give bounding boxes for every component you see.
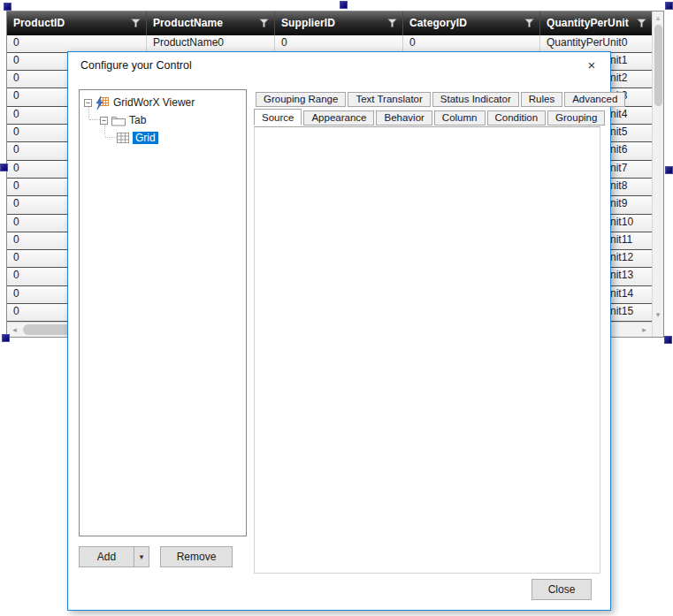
grid-column-header[interactable]: ProductID (7, 11, 147, 35)
selection-handle[interactable] (4, 3, 11, 11)
filter-icon[interactable] (131, 19, 141, 27)
grid-column-header[interactable]: SupplierID (275, 11, 403, 35)
tab[interactable]: Grouping Range (256, 92, 346, 107)
tree-connector (105, 137, 117, 138)
grid-column-label: ProductID (13, 17, 131, 29)
grid-column-label: QuantityPerUnit (547, 17, 637, 29)
cell-supplierid: 0 (275, 35, 403, 52)
tree-item-label: Tab (129, 114, 146, 126)
tab[interactable]: Text Translator (348, 92, 430, 107)
remove-button[interactable]: Remove (160, 546, 233, 567)
tab[interactable]: Rules (521, 92, 562, 107)
scroll-right-icon[interactable]: ▸ (638, 323, 651, 336)
filter-icon[interactable] (637, 19, 646, 27)
grid-column-label: SupplierID (281, 17, 387, 29)
grid-column-header[interactable]: CategoryID (403, 11, 540, 35)
tab-strip-secondary: Grouping Range Text Translator Status In… (256, 92, 627, 107)
gridworx-viewer-icon (96, 96, 110, 110)
selection-handle[interactable] (0, 164, 8, 171)
tab[interactable]: Appearance (303, 110, 374, 125)
tab[interactable]: Advanced (564, 92, 625, 107)
vertical-scrollbar[interactable]: ▴ ▾ (652, 11, 663, 337)
vertical-scroll-thumb[interactable] (654, 25, 662, 106)
filter-icon[interactable] (259, 19, 269, 27)
dialog-titlebar[interactable]: Configure your Control × (68, 52, 610, 79)
grid-header-row: ProductID ProductName SupplierID (7, 11, 652, 35)
close-icon[interactable]: × (584, 57, 600, 73)
folder-icon (111, 115, 126, 126)
tab[interactable]: Behavior (376, 110, 432, 125)
cell-productid: 0 (7, 35, 147, 52)
tab[interactable]: Condition (487, 110, 547, 125)
selection-handle[interactable] (2, 334, 10, 342)
configure-control-dialog: Configure your Control × − GridWorX View… (67, 51, 611, 611)
add-split-button[interactable]: Add ▾ (79, 546, 149, 567)
tree-item-label-selected: Grid (133, 132, 158, 144)
collapse-icon[interactable]: − (84, 99, 92, 107)
selection-handle[interactable] (665, 2, 673, 10)
grid-icon (117, 133, 129, 143)
control-tree-panel: − GridWorX Viewer − Tab (79, 89, 247, 536)
tree-connector (89, 119, 100, 120)
grid-column-label: CategoryID (409, 17, 524, 29)
grid-column-label: ProductName (153, 17, 259, 29)
selection-handle[interactable] (340, 1, 348, 9)
grid-column-header[interactable]: ProductName (147, 11, 275, 35)
close-button[interactable]: Close (532, 579, 592, 600)
tab[interactable]: Grouping (547, 110, 605, 125)
scroll-up-icon[interactable]: ▴ (653, 13, 663, 22)
tree-item-grid[interactable]: Grid (117, 129, 158, 147)
dialog-title: Configure your Control (80, 52, 192, 79)
scroll-left-icon[interactable]: ◂ (8, 323, 21, 336)
tab[interactable]: Status Indicator (432, 92, 519, 107)
tree-item-gridworx-viewer[interactable]: − GridWorX Viewer (84, 94, 195, 111)
tree-item-tab[interactable]: − Tab (100, 111, 146, 129)
add-button-label[interactable]: Add (80, 551, 134, 563)
filter-icon[interactable] (387, 19, 397, 27)
grid-column-header[interactable]: QuantityPerUnit (540, 11, 652, 35)
tab[interactable]: Source (254, 109, 302, 125)
cell-productname: ProductName0 (147, 35, 275, 52)
collapse-icon[interactable]: − (100, 117, 108, 125)
filter-icon[interactable] (524, 19, 534, 27)
add-dropdown-icon[interactable]: ▾ (134, 547, 149, 567)
tab-page-source (254, 126, 600, 574)
tab[interactable]: Column (434, 110, 486, 125)
cell-categoryid: 0 (403, 35, 540, 52)
tree-item-label: GridWorX Viewer (113, 96, 195, 109)
selection-handle[interactable] (665, 166, 673, 174)
cell-quantityperunit: QuantityPerUnit0 (540, 35, 652, 52)
tab-strip-primary: Source Appearance Behavior Column Condit… (254, 110, 607, 125)
scroll-down-icon[interactable]: ▾ (653, 310, 663, 319)
selection-handle[interactable] (664, 336, 672, 344)
table-row[interactable]: 0 ProductName0 0 0 QuantityPerUnit0 (7, 35, 652, 53)
